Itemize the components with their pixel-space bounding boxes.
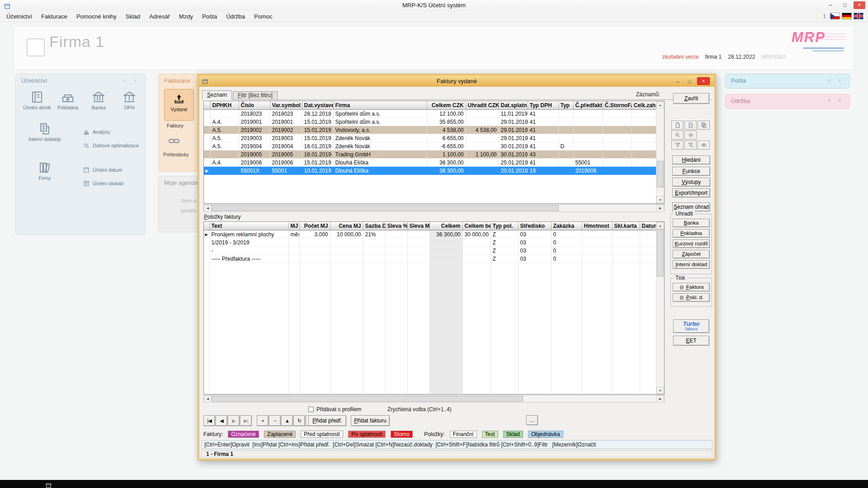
tile-issued-invoices[interactable]: Vydané (164, 89, 194, 121)
menu-item-posta[interactable]: Pošta (198, 12, 222, 21)
link-analyzy[interactable]: Analýzy (83, 128, 155, 136)
column-header-pocet-mj[interactable]: Počet MJ (299, 222, 330, 230)
tile-interni-doklady[interactable]: Interní doklady (26, 122, 64, 142)
invoices-vertical-scrollbar[interactable] (656, 101, 664, 203)
menu-item-sklad[interactable]: Sklad (121, 12, 145, 21)
link-ucetni-obdobi[interactable]: Účetní období (83, 180, 155, 187)
button-pokladna[interactable]: Pokladna (673, 229, 710, 238)
column-header-celkem[interactable]: Celkem (429, 222, 462, 230)
scroll-down-button[interactable] (656, 387, 664, 394)
scroll-right-button[interactable] (656, 205, 664, 212)
tab-filtr[interactable]: Filtr [Bez filtru] (233, 91, 278, 99)
invoice-row[interactable]: A.4.2019001201900115.01.2019Spořitelní d… (204, 118, 656, 126)
items-horizontal-scrollbar[interactable] (203, 395, 665, 403)
column-header-dphkh[interactable]: DPHKH (210, 101, 239, 110)
column-header-typ-dph[interactable]: Typ DPH (528, 101, 558, 110)
menu-item-mzdy[interactable]: Mzdy (175, 12, 198, 21)
british-flag-icon[interactable] (854, 13, 863, 19)
panel-maintenance[interactable]: Údržba (725, 94, 850, 109)
link-receivables[interactable]: Pohledávky (163, 152, 189, 157)
invoice-row[interactable]: A.5.2019002201900215.01.2019Vodovody, a.… (204, 126, 656, 134)
column-header-cena-mj[interactable]: Cena MJ (330, 222, 363, 230)
tile-banka[interactable]: Banka (84, 90, 113, 110)
eet-button[interactable]: EET (673, 336, 709, 346)
column-header-stredisko[interactable]: Středisko (518, 222, 551, 230)
button-vystupy[interactable]: Výstupy (672, 178, 710, 187)
add-with-profile-checkbox[interactable] (308, 407, 314, 412)
refresh-button[interactable]: ↻ (293, 415, 305, 426)
item-row[interactable]: ▶Pronájem reklamní plochyměs3,00010 000,… (204, 230, 656, 239)
column-header-sleva[interactable]: Sleva % (385, 222, 407, 230)
edit-document-icon[interactable] (684, 121, 697, 130)
eye-icon[interactable] (698, 141, 710, 150)
column-header-mj[interactable]: MJ (288, 222, 299, 230)
column-header-skl-karta[interactable]: Skl.karta (612, 222, 640, 230)
scrollbar-thumb[interactable] (657, 161, 664, 187)
filter-clear-icon[interactable] (684, 141, 697, 150)
column-header-firma[interactable]: Firma (333, 101, 427, 110)
column-header-hmotnost[interactable]: Hmotnost (582, 222, 612, 230)
czech-flag-icon[interactable] (830, 13, 840, 19)
filter-icon[interactable] (671, 141, 684, 150)
tile-ucetni-denik[interactable]: Účetní deník (22, 90, 52, 110)
column-header-sleva-m[interactable]: Sleva M. (407, 222, 429, 230)
menu-item-pomoc[interactable]: Pomoc (250, 12, 277, 21)
close-button[interactable]: × (854, 1, 865, 9)
invoices-horizontal-scrollbar[interactable] (203, 204, 665, 212)
taskbar[interactable] (0, 480, 868, 488)
german-flag-icon[interactable] (842, 13, 852, 19)
turbo-invoice-button[interactable]: Turbo faktura (673, 319, 709, 333)
scroll-down-button[interactable] (656, 196, 664, 203)
button-hledani[interactable]: Hledání (672, 155, 710, 164)
invoice-row[interactable]: ▶55001X5500110.01.2019Dlouhá Eliška36 30… (204, 167, 656, 175)
link-ucetni-datum[interactable]: Účetní datum (83, 166, 155, 174)
scroll-left-button[interactable] (204, 395, 212, 403)
panel-tools-icon[interactable] (827, 97, 844, 104)
company-logo-placeholder[interactable] (27, 38, 45, 56)
edit-record-button[interactable]: ▲ (281, 415, 293, 426)
tile-dph[interactable]: DPH (114, 90, 144, 110)
taskbar-app-icon[interactable] (45, 481, 53, 488)
gear-icon[interactable] (684, 131, 697, 140)
scroll-right-button[interactable] (656, 395, 664, 403)
dialog-maximize-button[interactable]: □ (685, 78, 693, 85)
print-button-pokl-d[interactable]: Pokl. d. (673, 293, 710, 302)
column-header-typ-pol[interactable]: Typ pol. (491, 222, 518, 230)
item-row[interactable]: 1/2019 - 3/2019Z030 (204, 239, 656, 247)
column-header-typ[interactable]: Typ (558, 101, 573, 110)
tile-firmy[interactable]: Firmy (26, 161, 64, 181)
button-zapocet[interactable]: Zápočet (673, 250, 710, 258)
column-header-celkem-czk[interactable]: Celkem CZK (427, 101, 466, 110)
more-options-button[interactable]: ... (526, 415, 538, 425)
scroll-left-button[interactable] (204, 205, 212, 212)
invoice-row[interactable]: A.4.2019006201900615.01.2019Dlouhá Elišk… (204, 159, 656, 167)
column-header-text[interactable]: Text (209, 222, 288, 230)
button-seznam-uhrad[interactable]: Seznam úhrad (672, 202, 710, 211)
scroll-up-button[interactable] (656, 222, 664, 229)
invoice-row[interactable]: A.5.2019003201900315.01.2019Zdeněk Novák… (204, 134, 656, 142)
column-header-c-stornofa[interactable]: Č.StornoFA (603, 101, 632, 110)
invoice-row[interactable]: 2019005201900516.01.2019Trading GmbH1 10… (204, 150, 656, 159)
column-header-dat-vystave[interactable]: Dat.vystave (302, 101, 333, 110)
invoice-row[interactable]: A.5.2019004201900416.01.2019Zdeněk Novák… (204, 142, 656, 150)
delete-record-button[interactable]: − (269, 415, 281, 426)
items-vertical-scrollbar[interactable] (656, 222, 664, 394)
column-header-zakazka[interactable]: Zakázka (551, 222, 582, 230)
dialog-close-button[interactable]: × (697, 77, 710, 85)
button-kurzovy-rozdil[interactable]: Kurzový rozdíl (673, 239, 710, 248)
document-icon[interactable] (671, 121, 684, 130)
invoice-row[interactable]: 2018023201802328.12.2018Spořitelní dům a… (204, 110, 656, 118)
scroll-up-button[interactable] (656, 101, 664, 108)
add-invoice-button[interactable]: Přidat fakturu (351, 415, 390, 426)
first-record-button[interactable]: |◀ (203, 415, 215, 426)
menu-item-ucetnictvi[interactable]: Účetnictví (2, 12, 37, 21)
insert-record-button[interactable]: + (257, 415, 269, 426)
column-header-celk-zahr[interactable]: Celk.zahr. (632, 101, 656, 110)
column-header-datum[interactable]: Datum (640, 222, 656, 230)
scrollbar-thumb[interactable] (212, 396, 523, 402)
add-with-profile-label[interactable]: Přidávat s profilem (316, 406, 361, 413)
menu-item-adresar[interactable]: Adresář (145, 12, 175, 21)
add-proforma-button[interactable]: Přidat předf. (308, 415, 346, 426)
button-export-import[interactable]: Export/Import (672, 188, 710, 197)
item-row[interactable]: ----- Předfaktura -----Z030 (204, 255, 656, 263)
